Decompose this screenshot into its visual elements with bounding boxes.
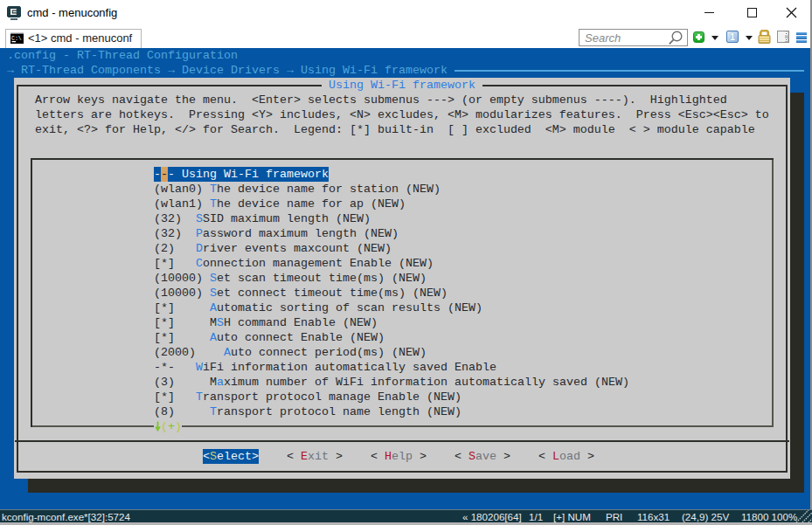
- svg-text:C:\: C:\: [11, 36, 22, 42]
